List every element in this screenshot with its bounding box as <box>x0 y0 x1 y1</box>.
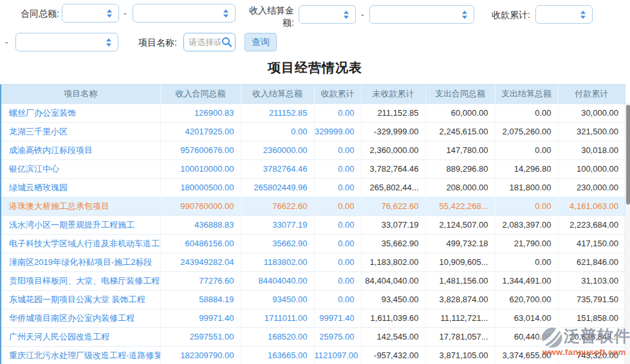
income-contract-cell[interactable]: 243949282.04 <box>160 253 241 271</box>
collect-cell[interactable]: 0.00 <box>314 197 361 215</box>
contract-total-max-input[interactable] <box>133 4 236 23</box>
project-name-cell[interactable]: 浅水湾小区一期景观提升工程施工 <box>1 215 160 234</box>
spinner-up-icon[interactable] <box>106 38 111 41</box>
collect-cell[interactable]: 0.00 <box>314 271 361 290</box>
income-settle-cell[interactable]: 168520.00 <box>241 327 314 346</box>
table-row[interactable]: 龙湖三千里小区 42017925.00 0.00 329999.00 -329,… <box>1 122 625 141</box>
col-header-income-contract: 收入合同总额 <box>160 85 241 104</box>
table-row[interactable]: 港珠澳大桥施工总承包项目 990760000.00 76622.60 0.00 … <box>1 197 625 215</box>
project-name-cell[interactable]: 贵阳项目样板间、大堂、电梯厅装修工程 <box>1 271 160 290</box>
project-name-cell[interactable]: 广州天河人民公园改造工程 <box>1 327 160 346</box>
income-settle-cell[interactable]: 33077.19 <box>241 215 314 234</box>
table-row[interactable]: 电子科技大学区域人行道及非机动车道工程 60486156.00 35662.90… <box>1 234 625 253</box>
income-settlement-max-input[interactable] <box>369 5 474 24</box>
income-settle-cell[interactable]: 211152.85 <box>241 104 314 122</box>
expense-settle-cell: 21,790.00 <box>495 234 558 253</box>
collect-cell[interactable]: 0.00 <box>314 234 361 253</box>
income-contract-cell[interactable]: 182309790.00 <box>160 346 241 364</box>
spinner-down-icon[interactable] <box>223 14 228 17</box>
spinner-up-icon[interactable] <box>462 10 467 14</box>
table-row[interactable]: 重庆江北污水处理厂级改造工程-道路修复 182309790.00 163665.… <box>1 346 625 364</box>
uncollect-cell: 142,545.00 <box>361 327 425 346</box>
table-body: 螺丝厂办公室装饰 126900.83 211152.85 0.00 211,15… <box>1 104 625 364</box>
project-name-cell[interactable]: 东城花园一期项目公寓大堂 装饰工程 <box>1 290 160 309</box>
spinner-down-icon[interactable] <box>107 14 112 17</box>
vertical-scrollbar[interactable] <box>626 103 630 364</box>
spinner-up-icon[interactable] <box>107 9 112 12</box>
income-contract-cell[interactable]: 58884.19 <box>160 290 241 309</box>
income-contract-cell[interactable]: 100010000.00 <box>160 159 241 178</box>
collection-total-max-input[interactable] <box>15 33 118 51</box>
pay-cell: 30,000.00 <box>558 104 625 122</box>
income-contract-cell[interactable]: 2597551.00 <box>160 327 241 346</box>
spinner-up-icon[interactable] <box>223 9 228 12</box>
income-settlement-min-input[interactable] <box>299 5 356 24</box>
table-row[interactable]: 绿城云栖玫瑰园 180000500.00 265802449.96 0.00 2… <box>1 178 625 197</box>
collect-cell[interactable]: 1121097.00 <box>314 346 361 364</box>
spinner-up-icon[interactable] <box>344 10 349 14</box>
income-contract-cell[interactable]: 180000500.00 <box>160 178 241 197</box>
income-contract-cell[interactable]: 60486156.00 <box>160 234 241 253</box>
table-row[interactable]: 成渝高铁内江标段项目 957600676.00 2360000.00 0.00 … <box>1 141 625 159</box>
income-settle-cell[interactable]: 93450.00 <box>241 290 314 309</box>
table-row[interactable]: 螺丝厂办公室装饰 126900.83 211152.85 0.00 211,15… <box>1 104 625 122</box>
collect-cell[interactable]: 0.00 <box>314 159 361 178</box>
collect-cell[interactable]: 0.00 <box>314 141 361 159</box>
income-settle-cell[interactable]: 265802449.96 <box>241 178 314 197</box>
collection-total-min-input[interactable] <box>535 5 593 24</box>
collect-cell[interactable]: 0.00 <box>314 178 361 197</box>
project-name-cell[interactable]: 电子科技大学区域人行道及非机动车道工程 <box>1 234 160 253</box>
income-contract-cell[interactable]: 77276.60 <box>160 271 241 290</box>
collect-cell[interactable]: 0.00 <box>314 253 361 271</box>
income-contract-cell[interactable]: 990760000.00 <box>160 197 241 215</box>
project-name-cell[interactable]: 银亿滨江中心 <box>1 159 160 178</box>
project-name-cell[interactable]: 重庆江北污水处理厂级改造工程-道路修复 <box>1 346 160 364</box>
spinner-down-icon[interactable] <box>344 15 349 19</box>
income-contract-cell[interactable]: 436888.83 <box>160 215 241 234</box>
report-table: 项目名称 收入合同总额 收入结算总额 收款累计 未收款累计 支出合同总额 支出结… <box>0 84 625 364</box>
query-button[interactable]: 查询 <box>245 33 277 51</box>
spinner-down-icon[interactable] <box>580 15 586 19</box>
income-settle-cell[interactable]: 35662.90 <box>241 234 314 253</box>
project-name-cell[interactable]: 华侨城项目南区办公室内装修工程 <box>1 309 160 327</box>
spinner-down-icon[interactable] <box>106 43 111 46</box>
expense-contract-cell: 147,780.00 <box>425 141 495 159</box>
income-settle-cell[interactable]: 1183802.00 <box>241 253 314 271</box>
collect-cell[interactable]: 25975.00 <box>314 327 361 346</box>
income-contract-cell[interactable]: 99971.40 <box>160 309 241 327</box>
table-row[interactable]: 东城花园一期项目公寓大堂 装饰工程 58884.19 93450.00 0.00… <box>1 290 625 309</box>
scrollbar-thumb[interactable] <box>626 105 630 205</box>
table-row[interactable]: 潼南区2019年绿化补贴项目-施工2标段 243949282.04 118380… <box>1 253 625 271</box>
contract-total-min-input[interactable] <box>62 4 119 23</box>
project-name-cell[interactable]: 潼南区2019年绿化补贴项目-施工2标段 <box>1 253 160 271</box>
collect-cell[interactable]: 0.00 <box>314 290 361 309</box>
project-name-cell[interactable]: 绿城云栖玫瑰园 <box>1 178 160 197</box>
table-row[interactable]: 贵阳项目样板间、大堂、电梯厅装修工程 77276.60 84404040.00 … <box>1 271 625 290</box>
table-row[interactable]: 广州天河人民公园改造工程 2597551.00 168520.00 25975.… <box>1 327 625 346</box>
income-settle-cell[interactable]: 163665.00 <box>241 346 314 364</box>
project-name-cell[interactable]: 港珠澳大桥施工总承包项目 <box>1 197 160 215</box>
collect-cell[interactable]: 0.00 <box>314 104 361 122</box>
collect-cell[interactable]: 329999.00 <box>314 122 361 141</box>
income-contract-cell[interactable]: 42017925.00 <box>160 122 241 141</box>
income-settle-cell[interactable]: 3782764.46 <box>241 159 314 178</box>
spinner-up-icon[interactable] <box>580 10 586 14</box>
collect-cell[interactable]: 0.00 <box>314 215 361 234</box>
income-settle-cell[interactable]: 0.00 <box>241 122 314 141</box>
project-name-cell[interactable]: 成渝高铁内江标段项目 <box>1 141 160 159</box>
pay-cell: 30,018.00 <box>558 141 625 159</box>
income-contract-cell[interactable]: 957600676.00 <box>160 141 241 159</box>
income-settle-cell[interactable]: 76622.60 <box>241 197 314 215</box>
spinner-down-icon[interactable] <box>462 15 467 19</box>
income-settle-cell[interactable]: 2360000.00 <box>241 141 314 159</box>
project-name-cell[interactable]: 龙湖三千里小区 <box>1 122 160 141</box>
search-icon[interactable] <box>221 37 232 48</box>
table-row[interactable]: 银亿滨江中心 100010000.00 3782764.46 0.00 3,78… <box>1 159 625 178</box>
project-name-cell[interactable]: 螺丝厂办公室装饰 <box>1 104 160 122</box>
collect-cell[interactable]: 99971.40 <box>314 309 361 327</box>
income-settle-cell[interactable]: 1711011.00 <box>241 309 314 327</box>
income-contract-cell[interactable]: 126900.83 <box>160 104 241 122</box>
income-settle-cell[interactable]: 84404040.00 <box>241 271 314 290</box>
table-row[interactable]: 华侨城项目南区办公室内装修工程 99971.40 1711011.00 9997… <box>1 309 625 327</box>
table-row[interactable]: 浅水湾小区一期景观提升工程施工 436888.83 33077.19 0.00 … <box>1 215 625 234</box>
